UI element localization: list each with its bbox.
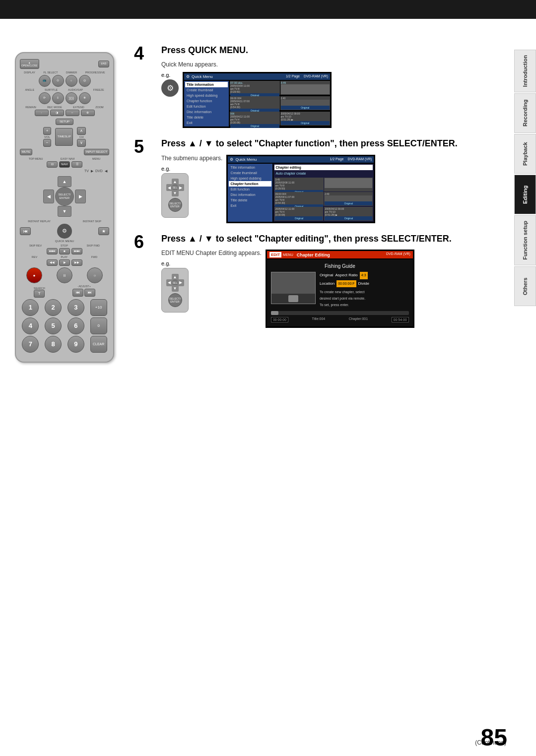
instant-replay-button[interactable]: ⏮ — [20, 227, 31, 236]
numpad: 1 2 3 +10 4 5 6 0 7 8 9 CLEAR — [20, 299, 109, 353]
adjust-minus-button[interactable]: ⏮ — [72, 289, 83, 297]
step4: 4 Press QUICK MENU. Quick Menu appears. … — [134, 45, 509, 128]
dpad-left[interactable]: ◀ — [43, 189, 54, 203]
dvd-screen1: ⚙ Quick Menu 1/2 Page DVD-RAM (VR) — [183, 72, 332, 128]
step5-eg: e.g. — [161, 166, 222, 172]
step6-number: 6 — [134, 233, 154, 328]
step4-desc: Quick Menu appears. — [161, 61, 332, 68]
step5: 5 Press ▲ / ▼ to select "Chapter functio… — [134, 138, 509, 223]
num5-button[interactable]: 5 — [45, 317, 62, 334]
step4-body: Quick Menu appears. e.g. ⚙ — [161, 61, 509, 128]
dpad-right[interactable]: ▶ — [75, 189, 86, 203]
pause-button[interactable]: II — [57, 267, 72, 283]
tab-editing[interactable]: Editing — [514, 175, 536, 214]
ch-up-button[interactable]: ∧ — [77, 127, 86, 135]
rev-button[interactable]: ◀◀ — [47, 259, 58, 266]
dpad-container: ▲ ◀ SELECT/ ENTER ▶ ▼ — [20, 176, 109, 217]
num0-button[interactable]: 0 — [90, 317, 107, 334]
step6-content: Press ▲ / ▼ to select "Chapter editing",… — [161, 233, 509, 328]
step4-eg: e.g. — [161, 72, 179, 78]
remain-button[interactable]: - — [35, 110, 49, 116]
angle-button[interactable]: ⟳ — [39, 92, 51, 104]
vol-down-button[interactable]: − — [43, 139, 52, 147]
tab-recording[interactable]: Recording — [514, 93, 536, 133]
step6-body: EDIT MENU Chapter Editing appears. e.g. … — [161, 250, 509, 328]
tab-others[interactable]: Others — [514, 266, 536, 306]
num2-button[interactable]: 2 — [45, 299, 62, 316]
step4-content: Press QUICK MENU. Quick Menu appears. e.… — [161, 45, 509, 128]
adjust-plus-button[interactable]: ⏭ — [84, 289, 95, 297]
num4-button[interactable]: 4 — [22, 317, 39, 334]
num3-button[interactable]: 3 — [67, 299, 84, 316]
clear-button[interactable]: CLEAR — [90, 336, 107, 353]
tab-introduction[interactable]: Introduction — [514, 50, 536, 92]
instant-skip-button[interactable]: ★ — [98, 227, 109, 236]
input-select-button[interactable]: INPUT SELECT — [84, 149, 109, 155]
skip-fwd-button[interactable]: ⏭⏭ — [71, 248, 82, 254]
skip-rev-button[interactable]: ⏮⏮ — [47, 248, 58, 254]
instructions-content: 4 Press QUICK MENU. Quick Menu appears. … — [134, 45, 509, 741]
fishing-guide-title: Fishing Guide — [271, 263, 409, 269]
step6-title: Press ▲ / ▼ to select "Chapter editing",… — [161, 233, 509, 245]
audio-sap-button[interactable]: )))) — [66, 92, 77, 104]
step6: 6 Press ▲ / ▼ to select "Chapter editing… — [134, 233, 509, 328]
chapter-timecode: 00:00:00 Title:004 Chapter:001 00:54:00 — [271, 317, 409, 322]
zoom-button[interactable]: ⊕ — [81, 110, 95, 116]
num7-button[interactable]: 7 — [22, 336, 39, 353]
vol-up-button[interactable]: + — [43, 127, 52, 135]
plus10-button[interactable]: +10 — [90, 299, 107, 316]
menu-button[interactable]: ☰ — [71, 161, 82, 168]
step5-title: Press ▲ / ▼ to select "Chapter function"… — [161, 138, 509, 149]
open-close-button[interactable]: ▲OPEN/CLOSE — [20, 59, 39, 69]
subtitle-button[interactable]: ≡ — [52, 92, 64, 104]
timeslip-button[interactable]: TIMESLIP — [55, 128, 73, 146]
ia5-button[interactable]: I/A5 — [98, 61, 109, 67]
remote-control-area: ▲OPEN/CLOSE I/A5 DISPLAY FL SELECT DIMME… — [15, 52, 119, 711]
freeze-button[interactable]: ❄ — [79, 92, 91, 104]
rec-button[interactable]: ● — [26, 267, 42, 283]
chapter-preview-image — [271, 272, 316, 304]
dpad-up[interactable]: ▲ — [58, 176, 71, 187]
remote-control: ▲OPEN/CLOSE I/A5 DISPLAY FL SELECT DIMME… — [15, 52, 114, 363]
progressive-button[interactable]: ◎ — [79, 75, 91, 87]
step4-number: 4 — [134, 45, 154, 128]
dvd-screen2: ⚙ Quick Menu 1/2 Page DVD-RAM (VR) — [226, 155, 375, 223]
step5-body: The submenu appears. e.g. ▲ ◀ SEL ▶ ▼ — [161, 155, 509, 223]
tab-playback[interactable]: Playback — [514, 134, 536, 174]
fl-select-button[interactable]: ⊙ — [52, 75, 64, 87]
top-bar — [0, 0, 536, 19]
quick-menu-icon-eg: ⚙ — [161, 79, 179, 97]
display-button[interactable]: 📺 — [39, 75, 51, 87]
num8-button[interactable]: 8 — [45, 336, 62, 353]
ch-down-button[interactable]: ∨ — [77, 139, 86, 147]
num9-button[interactable]: 9 — [67, 336, 84, 353]
num1-button[interactable]: 1 — [22, 299, 39, 316]
main-content: ▲OPEN/CLOSE I/A5 DISPLAY FL SELECT DIMME… — [10, 25, 509, 741]
extra-button[interactable]: ○ — [87, 267, 103, 283]
step5-content: Press ▲ / ▼ to select "Chapter function"… — [161, 138, 509, 223]
rec-mode-button[interactable]: ◑ — [50, 110, 64, 116]
mini-remote-step6: ▲ ◀ SEL ▶ ▼ SELECT/ENTER — [161, 268, 189, 313]
step4-title: Press QUICK MENU. — [161, 45, 509, 56]
mute-button[interactable]: MUTE — [20, 149, 32, 155]
chapter-editing-screen: EDIT MENU Chapter Editing DVD-RAM (VR) F… — [266, 250, 414, 328]
step5-desc: The submenu appears. — [161, 155, 222, 162]
quick-menu-button[interactable]: ⚙ — [57, 224, 72, 239]
sidebar-tabs: Introduction Recording Playback Editing … — [514, 50, 536, 306]
fwd-button[interactable]: ▶▶ — [71, 259, 82, 266]
top-menu-button[interactable]: ⊟ — [47, 161, 58, 168]
easy-navi-button[interactable]: NAVI — [59, 161, 70, 168]
page-number: 85 — [481, 724, 507, 751]
step6-eg: e.g. — [161, 260, 262, 266]
stop-button[interactable]: ■ — [59, 248, 70, 254]
extend-button[interactable]: ↔ — [66, 110, 79, 116]
select-enter-button[interactable]: SELECT/ ENTER — [55, 187, 74, 206]
tab-function-setup[interactable]: Function setup — [514, 215, 536, 265]
dimmer-button[interactable]: ☼ — [66, 75, 77, 87]
num6-button[interactable]: 6 — [67, 317, 84, 334]
search-t-button[interactable]: T — [34, 290, 45, 298]
dpad-down[interactable]: ▼ — [58, 206, 71, 217]
step6-desc: EDIT MENU Chapter Editing appears. — [161, 250, 262, 256]
setup-button[interactable]: SETUP — [56, 119, 73, 125]
play-button[interactable]: ▶ — [59, 259, 70, 266]
